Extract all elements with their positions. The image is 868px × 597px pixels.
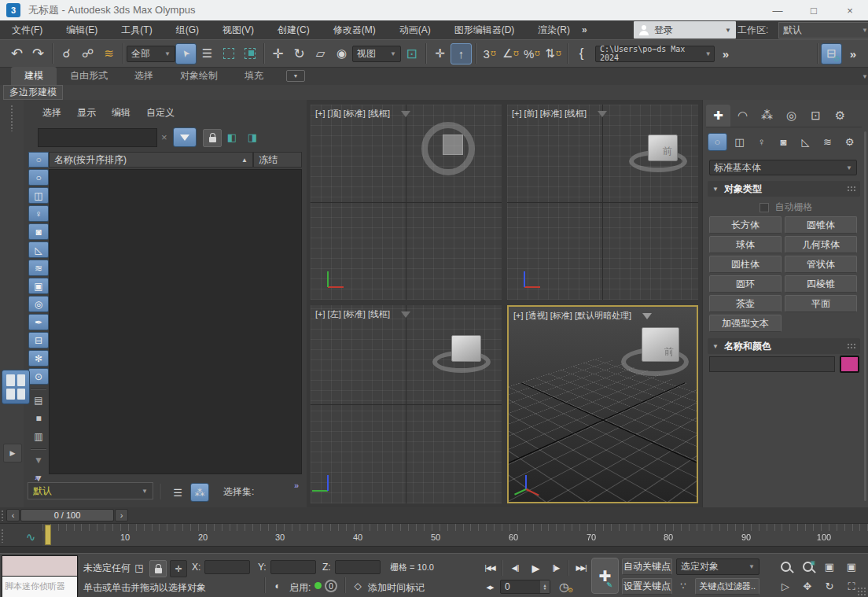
reference-coordinate-dropdown[interactable]: 视图 ▼ [352,46,401,62]
expand-all-button[interactable]: ◧ [223,129,241,146]
viewport-perspective[interactable]: [+] [透视] [标准] [默认明暗处理] 前 [507,305,698,503]
ribbon-tab-selection[interactable]: 选择 [121,67,167,85]
dock-grip[interactable] [10,105,13,131]
y-coordinate-field[interactable] [270,560,316,574]
menu-file[interactable]: 文件(F) [0,24,54,37]
current-frame-marker[interactable] [45,525,51,545]
viewcube[interactable]: 前 [642,327,679,362]
name-column-header[interactable]: 名称(按升序排序) ▲ [49,152,253,168]
viewport-top-label[interactable]: [+] [顶] [标准] [线框] [315,108,390,120]
sphere-button[interactable]: 球体 [709,236,782,253]
snaps-toggle-button[interactable]: 3Ω [479,43,500,64]
go-to-start-button[interactable]: |◀◀ [480,560,500,576]
show-geometry-toggle[interactable]: ○ [28,169,49,186]
minimize-button[interactable]: — [760,0,796,20]
named-selection-sets-button[interactable]: { [571,43,592,64]
key-filters-icon[interactable]: ∵ [675,578,692,594]
show-spacewarps-toggle[interactable]: ≋ [28,260,49,276]
app-logo-icon[interactable]: 3 [6,3,20,17]
select-and-link-icon[interactable]: ☌ [56,43,77,64]
explorer-overflow-icon[interactable]: » [294,481,299,490]
tab-motion[interactable]: ◎ [779,105,804,127]
viewcube[interactable]: 前 [648,135,678,161]
viewport-layout-button[interactable] [2,370,30,404]
textplus-button[interactable]: 加强型文本 [709,315,782,332]
select-and-rotate-button[interactable]: ↻ [289,43,310,64]
show-cameras-toggle[interactable]: ◙ [28,223,49,240]
select-object-button[interactable]: ➤ [175,43,197,64]
ribbon-tab-populate[interactable]: 填充 [231,67,277,85]
collapse-all-button[interactable]: ◨ [244,129,261,146]
sign-in-dropdown[interactable]: 登录 ▼ [634,21,736,39]
set-key-big-button[interactable]: ✚✒ [591,558,619,594]
slider-grip[interactable] [1,510,4,521]
cone-button[interactable]: 圆锥体 [785,216,857,234]
listener-input[interactable]: 脚本迷你侦听器 [2,576,77,597]
select-and-move-button[interactable]: ✛ [267,43,289,64]
add-time-tag[interactable]: 添加时间标记 [368,581,425,595]
menu-modifiers[interactable]: 修改器(M) [322,24,388,37]
menu-overflow-icon[interactable]: » [582,24,587,35]
explorer-menu-customize[interactable]: 自定义 [146,106,175,120]
pyramid-button[interactable]: 四棱锥 [785,275,857,293]
selection-column-icon[interactable]: ○ [28,152,49,168]
tab-hierarchy[interactable]: ⁂ [755,105,779,127]
zoom-extents-all-button[interactable]: ▣ [841,558,862,575]
display-detail-view-button[interactable]: ▥ [28,428,49,444]
box-button[interactable]: 长方体 [709,216,782,234]
current-frame-field[interactable]: 0 ▲▼ [500,580,550,594]
previous-frame-button[interactable]: ◀|| [505,560,525,576]
chevron-down-icon[interactable]: ▼ [862,73,868,80]
viewport-top[interactable]: [+] [顶] [标准] [线框] [311,105,502,300]
menu-views[interactable]: 视图(V) [211,24,266,37]
menu-create[interactable]: 创建(C) [266,24,322,37]
menu-graph-editors[interactable]: 图形编辑器(D) [443,24,527,37]
select-and-place-button[interactable]: ◉ [331,43,352,64]
viewport-filter-icon[interactable] [401,311,410,318]
key-filters-button[interactable]: 关键点过滤器.. [695,578,760,595]
trackbar-grip[interactable] [1,529,4,543]
show-containers-toggle[interactable]: ⊟ [28,332,49,348]
show-bones-toggle[interactable]: ✒ [28,314,49,330]
tab-display[interactable]: ⊡ [804,105,828,127]
autogrid-checkbox[interactable] [760,203,769,212]
explorer-menu-display[interactable]: 显示 [77,106,96,120]
explorer-menu-select[interactable]: 选择 [42,106,61,120]
frame-spinner[interactable]: ▲▼ [540,580,550,593]
object-color-swatch[interactable] [840,356,859,373]
mini-curve-editor-button[interactable]: ∿ [20,528,41,547]
previous-frame-arrow[interactable]: ‹ [6,509,20,521]
zoom-button[interactable] [775,558,796,575]
time-slider-handle[interactable]: 0 / 100 [20,509,114,521]
object-name-field[interactable] [709,356,835,372]
select-and-scale-button[interactable]: ▱ [310,43,331,64]
category-lights[interactable]: ♀ [752,133,771,151]
project-folder-dropdown[interactable]: C:\Users\po⋯ds Max 2024 ▼ [595,46,715,62]
autobackup-save-button[interactable]: ⊟◷ [821,43,842,64]
toolbar-overflow-icon[interactable]: » [715,43,736,64]
category-geometry[interactable]: ○ [708,133,727,151]
zoom-extents-button[interactable]: ▣ [819,558,840,575]
rectangular-selection-region-button[interactable] [218,43,239,64]
search-filter-button[interactable] [173,127,197,147]
viewport-perspective-label[interactable]: [+] [透视] [标准] [默认明暗处理] [513,310,631,322]
adaptive-degradation-shield-icon[interactable]: ◐ [269,578,286,594]
tab-modify[interactable]: ◠ [730,105,755,127]
key-selection-dropdown[interactable]: 选定对象 ▼ [676,558,760,575]
tube-button[interactable]: 管状体 [785,256,857,273]
plane-button[interactable]: 平面 [785,295,857,312]
ribbon-tab-object-paint[interactable]: 对象绘制 [167,67,231,85]
z-coordinate-field[interactable] [335,560,381,574]
window-crossing-toggle[interactable] [239,43,260,64]
viewport-left[interactable]: [+] [左] [标准] [线框] [311,305,502,503]
viewport-front-label[interactable]: [+] [前] [标准] [线框] [512,108,587,120]
percent-snap-toggle[interactable]: %Ω [521,43,542,64]
show-xrefs-toggle[interactable]: ◎ [28,296,49,312]
pan-hand-button[interactable]: ✥ [797,578,818,595]
next-frame-arrow[interactable]: › [115,509,128,521]
primitive-category-dropdown[interactable]: 标准基本体 ▼ [709,160,857,175]
menu-rendering[interactable]: 渲染(R) [526,24,582,37]
explorer-search-input[interactable] [38,128,157,147]
tab-utilities[interactable]: ⚙ [828,105,852,127]
toolbar-overflow2-icon[interactable]: » [842,43,863,64]
